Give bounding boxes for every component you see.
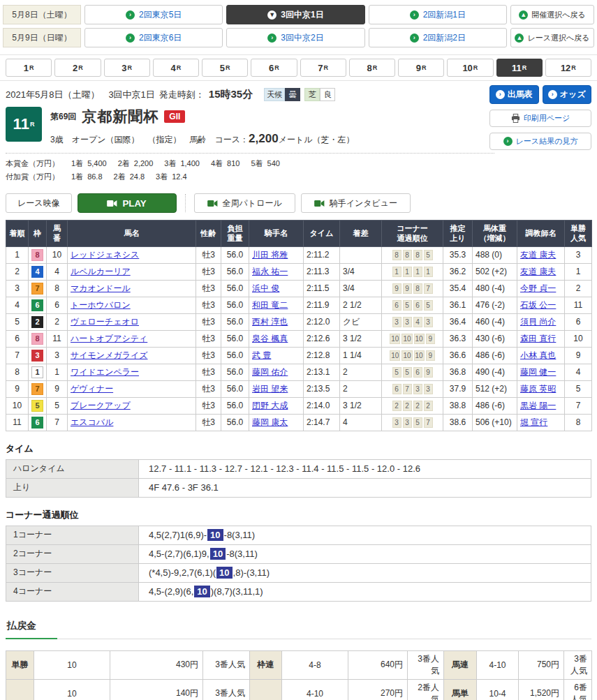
payout-popularity: 3番人気 — [203, 679, 250, 700]
meeting-button[interactable]: ›2回東京5日 — [84, 5, 223, 24]
race-tab-8r[interactable]: 8R — [349, 59, 395, 77]
jockey-link[interactable]: 岩田 望来 — [252, 384, 288, 394]
jockey-link[interactable]: 藤岡 佑介 — [252, 367, 288, 377]
race-tab-number: 5 — [220, 63, 225, 73]
race-tab-suffix: R — [226, 64, 230, 71]
odds-button[interactable]: › オッズ — [543, 85, 592, 104]
prize-pair: 2着24.8 — [114, 172, 145, 181]
horse-link[interactable]: エスコバル — [71, 417, 113, 427]
prize-place: 5着 — [251, 159, 263, 167]
corner-chip: 10 — [390, 334, 400, 344]
margin: 4 — [340, 414, 382, 431]
meeting-button[interactable]: ›3回中京2日 — [226, 28, 364, 47]
trainer-link[interactable]: 須貝 尚介 — [520, 317, 556, 327]
race-tab-1r[interactable]: 1R — [6, 59, 52, 77]
horse-link[interactable]: トーホウバロン — [71, 300, 131, 310]
race-tab-12r[interactable]: 12R — [545, 59, 591, 77]
horse-link[interactable]: レッドジェネシス — [71, 250, 139, 260]
trainer-link[interactable]: 森田 直行 — [520, 334, 556, 343]
race-tab-11r[interactable]: 11R — [496, 59, 543, 77]
jockey-link[interactable]: 浜中 俊 — [252, 283, 279, 293]
horse-link[interactable]: ハートオブアシティ — [71, 334, 147, 343]
horse-link[interactable]: ルペルカーリア — [71, 267, 131, 276]
race-tab-2r[interactable]: 2R — [54, 59, 101, 77]
jockey-cell: 武 豊 — [249, 347, 304, 364]
corner-positions-cell: 8885 — [382, 246, 443, 263]
corner-chip: 6 — [392, 300, 401, 311]
jockey-link[interactable]: 藤岡 康太 — [252, 417, 288, 427]
nav-date-label: 5月8日（土曜） — [3, 5, 81, 24]
race-tab-4r[interactable]: 4R — [153, 59, 199, 77]
horse-link[interactable]: マカオンドール — [71, 283, 131, 293]
margin: 2 — [340, 380, 382, 397]
jockey-link[interactable]: 団野 大成 — [252, 401, 288, 410]
print-page-button[interactable]: 印刷用ページ — [489, 110, 591, 127]
jockey-cell: 団野 大成 — [249, 397, 304, 414]
race-tab-3r[interactable]: 3R — [104, 59, 150, 77]
payout-combination: 4-10 — [477, 650, 519, 679]
trainer-link[interactable]: 今野 貞一 — [520, 283, 556, 293]
jockey-link[interactable]: 西村 淳也 — [252, 317, 288, 327]
payout-bet-type: 複勝 — [6, 679, 34, 700]
header-buttons: › 出馬表 › オッズ 印刷用ページ › レース結果の見方 — [489, 85, 591, 150]
play-button[interactable]: PLAY — [78, 193, 177, 213]
frame-number: 3 — [31, 350, 43, 362]
race-tab-7r[interactable]: 7R — [300, 59, 346, 77]
corner-chip-list: 3357 — [385, 417, 440, 428]
corner-order-pre: 4,5(2,7)1(6,9)- — [149, 530, 207, 540]
trainer-cell: 友道 康夫 — [517, 246, 565, 263]
back-button[interactable]: ▲レース選択へ戻る — [510, 28, 594, 47]
race-tab-6r[interactable]: 6R — [251, 59, 297, 77]
horse-name-cell: ブレークアップ — [68, 397, 196, 414]
corner-row-label: 2コーナー — [6, 544, 139, 563]
trainer-link[interactable]: 小林 真也 — [520, 350, 556, 360]
race-tab-5r[interactable]: 5R — [202, 59, 248, 77]
horse-link[interactable]: ヴェローチェオロ — [71, 317, 139, 327]
prize-value: 12.4 — [172, 172, 186, 181]
prize-place: 2着 — [118, 159, 130, 167]
meeting-button[interactable]: ▼3回中京1日 — [226, 5, 364, 24]
race-tab-number: 7 — [318, 63, 323, 73]
video-camera-icon — [107, 200, 117, 207]
race-tab-10r[interactable]: 10R — [447, 59, 493, 77]
meeting-button[interactable]: ›2回東京6日 — [84, 28, 223, 47]
trainer-link[interactable]: 藤原 英昭 — [520, 384, 556, 394]
trainer-link[interactable]: 黒岩 陽一 — [520, 401, 556, 410]
trainer-link[interactable]: 友道 康夫 — [520, 267, 556, 276]
corner-chip: 2 — [403, 401, 412, 411]
result-guide-button[interactable]: › レース結果の見方 — [489, 133, 591, 150]
corner-chip: 6 — [413, 300, 422, 311]
horse-link[interactable]: サイモンメガライズ — [71, 350, 148, 360]
jockey-interview-button[interactable]: 騎手インタビュー — [301, 193, 411, 213]
horse-link[interactable]: ゲヴィナー — [71, 384, 113, 394]
back-button[interactable]: ▲開催選択へ戻る — [510, 5, 594, 24]
horse-link[interactable]: ワイドエンペラー — [71, 367, 139, 377]
horse-link[interactable]: ブレークアップ — [71, 401, 131, 410]
chevron-right-icon: › — [503, 137, 513, 146]
corner-chip: 7 — [403, 384, 412, 394]
race-tab-9r[interactable]: 9R — [398, 59, 444, 77]
race-tab-number: 2 — [73, 63, 78, 73]
corner-positions-cell: 6733 — [382, 380, 443, 397]
jockey-link[interactable]: 泉谷 楓真 — [252, 334, 288, 343]
meeting-button[interactable]: ›2回新潟1日 — [369, 5, 507, 24]
jockey-link[interactable]: 福永 祐一 — [252, 267, 288, 276]
shutuba-button[interactable]: › 出馬表 — [489, 85, 539, 104]
trainer-link[interactable]: 藤岡 健一 — [520, 367, 556, 377]
finish-position: 2 — [6, 263, 29, 280]
trainer-link[interactable]: 石坂 公一 — [520, 300, 556, 310]
last-3f: 36.1 — [443, 297, 473, 313]
horse-name-cell: ゲヴィナー — [68, 380, 196, 397]
meeting-button[interactable]: ›2回新潟2日 — [369, 28, 507, 47]
trainer-link[interactable]: 堀 宣行 — [520, 417, 547, 427]
body-weight: 430 (-6) — [473, 330, 517, 347]
jockey-link[interactable]: 武 豊 — [252, 350, 271, 360]
condition-chips: 天候 曇 芝 良 — [264, 88, 335, 101]
trainer-link[interactable]: 友道 康夫 — [520, 250, 556, 260]
patrol-video-button[interactable]: 全周パトロール — [194, 193, 295, 213]
jockey-link[interactable]: 川田 将雅 — [252, 250, 288, 260]
trainer-cell: 小林 真也 — [517, 347, 565, 364]
time-table: ハロンタイム12.7 - 11.1 - 11.3 - 12.7 - 12.1 -… — [6, 459, 591, 498]
race-video-label: レース映像 — [6, 193, 72, 213]
jockey-link[interactable]: 和田 竜二 — [252, 300, 288, 310]
